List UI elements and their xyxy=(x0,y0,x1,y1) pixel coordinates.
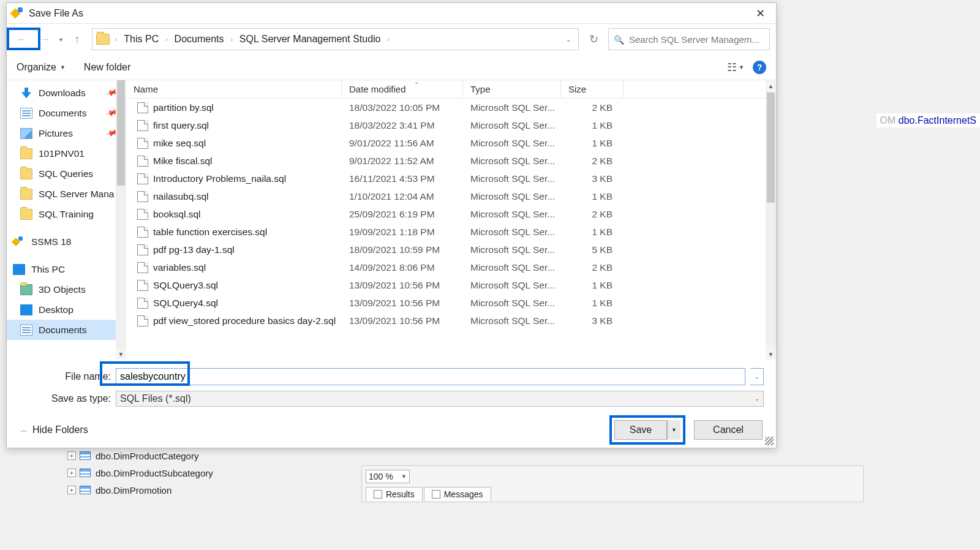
toolbar: Organize▼ New folder ☷▼ ? xyxy=(7,55,776,80)
sql-file-icon xyxy=(137,120,148,131)
editor-snippet: OM dbo.FactInternetS xyxy=(876,113,980,127)
file-row[interactable]: Mike fiscal.sql9/01/2022 11:52 AMMicroso… xyxy=(126,152,766,170)
new-folder-button[interactable]: New folder xyxy=(84,62,130,73)
nav-history-dropdown[interactable]: ▾ xyxy=(59,36,62,43)
chevron-right-icon: › xyxy=(386,36,391,43)
scroll-down-button[interactable]: ▼ xyxy=(766,348,776,360)
main-area: Downloads📌 Documents📌 Pictures📌 101PNV01… xyxy=(7,80,776,360)
scroll-up-button[interactable]: ▲ xyxy=(766,80,776,91)
nav-desktop[interactable]: Desktop xyxy=(7,299,126,320)
chevron-right-icon: › xyxy=(230,36,234,43)
nav-folder[interactable]: 101PNV01 xyxy=(7,143,126,164)
file-row[interactable]: pdf pg-13 day-1.sql18/09/2021 10:59 PMMi… xyxy=(126,241,766,258)
crumb-pc[interactable]: This PC xyxy=(120,34,162,45)
search-box[interactable] xyxy=(608,28,770,50)
nav-folder[interactable]: SQL Training xyxy=(7,204,126,224)
results-tab[interactable]: Results xyxy=(366,487,423,501)
nav-documents[interactable]: Documents📌 xyxy=(7,103,126,123)
hide-folders-button[interactable]: ︿Hide Folders xyxy=(20,424,88,435)
chevron-right-icon: › xyxy=(164,36,168,43)
expand-icon[interactable]: + xyxy=(67,451,76,460)
crumb-ssms[interactable]: SQL Server Management Studio xyxy=(236,34,385,45)
nav-3d-objects[interactable]: 3D Objects xyxy=(7,279,126,299)
nav-documents-pc[interactable]: Documents xyxy=(7,320,126,340)
dialog-footer: ︿Hide Folders Save ▼ Cancel xyxy=(7,412,776,448)
folder-icon xyxy=(20,209,32,220)
col-name[interactable]: Name xyxy=(126,80,342,98)
nav-scrollbar[interactable]: ▲ ▼ xyxy=(116,80,126,360)
scroll-thumb[interactable] xyxy=(117,80,125,186)
nav-this-pc[interactable]: This PC xyxy=(7,259,126,279)
file-row[interactable]: booksql.sql25/09/2021 6:19 PMMicrosoft S… xyxy=(126,205,766,223)
sql-file-icon xyxy=(137,244,148,255)
refresh-button[interactable] xyxy=(585,31,602,48)
expand-icon[interactable]: + xyxy=(67,469,76,477)
file-row[interactable]: partition by.sql18/03/2022 10:05 PMMicro… xyxy=(126,99,766,116)
results-bar: 100 %▼ Results Messages xyxy=(361,465,864,502)
nav-pictures[interactable]: Pictures📌 xyxy=(7,123,126,143)
col-date[interactable]: Date modified xyxy=(342,80,463,98)
zoom-select[interactable]: 100 %▼ xyxy=(366,470,410,483)
sql-file-icon xyxy=(137,209,148,220)
file-row[interactable]: SQLQuery4.sql13/09/2021 10:56 PMMicrosof… xyxy=(126,294,766,312)
close-button[interactable]: ✕ xyxy=(749,4,771,23)
nav-up-button[interactable]: ↑ xyxy=(69,31,86,48)
desktop-icon xyxy=(20,304,32,315)
crumb-documents[interactable]: Documents xyxy=(171,34,228,45)
nav-back-button[interactable]: ← xyxy=(13,31,30,48)
chevron-down-icon: ⌄ xyxy=(755,396,760,402)
column-header-row: Name Date modified Type Size ⌄ xyxy=(126,80,766,99)
nav-forward-button[interactable]: → xyxy=(36,31,53,48)
nav-downloads[interactable]: Downloads📌 xyxy=(7,83,126,103)
file-row[interactable]: mike seq.sql9/01/2022 11:56 AMMicrosoft … xyxy=(126,134,766,152)
file-row[interactable]: pdf view_stored procedure basics day-2.s… xyxy=(126,312,766,330)
tree-node[interactable]: +dbo.DimProductSubcategory xyxy=(67,464,213,481)
tree-node[interactable]: +dbo.DimProductCategory xyxy=(67,447,213,464)
col-size[interactable]: Size xyxy=(561,80,624,98)
path-dropdown[interactable]: ⌄ xyxy=(562,36,575,43)
highlight-box: Save ▼ xyxy=(609,415,685,445)
file-scrollbar[interactable]: ▲ ▼ xyxy=(766,80,776,360)
expand-icon[interactable]: + xyxy=(67,486,76,494)
file-row[interactable]: first query.sql18/03/2022 3:41 PMMicroso… xyxy=(126,116,766,134)
nav-folder[interactable]: SQL Server Mana xyxy=(7,184,126,204)
file-row[interactable]: table function exercises.sql19/09/2021 1… xyxy=(126,223,766,241)
nav-ssms[interactable]: SSMS 18 xyxy=(7,232,126,252)
sql-file-icon xyxy=(137,191,148,202)
scroll-down-button[interactable]: ▼ xyxy=(116,348,126,360)
nav-folder[interactable]: SQL Queries xyxy=(7,164,126,184)
grid-icon xyxy=(374,490,382,499)
table-icon xyxy=(80,451,91,460)
organize-button[interactable]: Organize▼ xyxy=(17,62,66,73)
save-button[interactable]: Save xyxy=(614,420,667,440)
nav-pane: Downloads📌 Documents📌 Pictures📌 101PNV01… xyxy=(7,80,126,360)
title-bar: Save File As ✕ xyxy=(7,3,776,24)
file-row[interactable]: Introductory Problems_naila.sql16/11/202… xyxy=(126,170,766,187)
sql-file-icon xyxy=(137,102,148,113)
documents-icon xyxy=(20,325,32,336)
documents-icon xyxy=(20,108,32,119)
save-dropdown[interactable]: ▼ xyxy=(667,420,680,440)
col-type[interactable]: Type xyxy=(463,80,561,98)
filename-input[interactable] xyxy=(116,368,745,385)
ssms-icon xyxy=(12,7,24,20)
message-icon xyxy=(432,490,440,499)
chevron-down-icon: ▼ xyxy=(739,64,744,70)
file-row[interactable]: SQLQuery3.sql13/09/2021 10:56 PMMicrosof… xyxy=(126,276,766,294)
breadcrumb-path[interactable]: › This PC › Documents › SQL Server Manag… xyxy=(92,28,579,50)
file-row[interactable]: nailasubq.sql1/10/2021 12:04 AMMicrosoft… xyxy=(126,187,766,205)
view-mode-button[interactable]: ☷▼ xyxy=(727,61,744,74)
ssms-icon xyxy=(13,236,25,247)
cancel-button[interactable]: Cancel xyxy=(694,420,763,440)
tree-node[interactable]: +dbo.DimPromotion xyxy=(67,481,213,499)
search-input[interactable] xyxy=(629,34,764,45)
save-type-select[interactable]: SQL Files (*.sql)⌄ xyxy=(116,391,764,407)
resize-grip[interactable] xyxy=(765,437,774,445)
sql-file-icon xyxy=(137,280,148,291)
file-row[interactable]: variables.sql14/09/2021 8:06 PMMicrosoft… xyxy=(126,258,766,276)
scroll-thumb[interactable] xyxy=(767,92,775,203)
help-button[interactable]: ? xyxy=(753,61,766,74)
messages-tab[interactable]: Messages xyxy=(424,487,491,501)
sql-file-icon xyxy=(137,315,148,326)
filename-dropdown[interactable]: ⌄ xyxy=(750,368,764,385)
